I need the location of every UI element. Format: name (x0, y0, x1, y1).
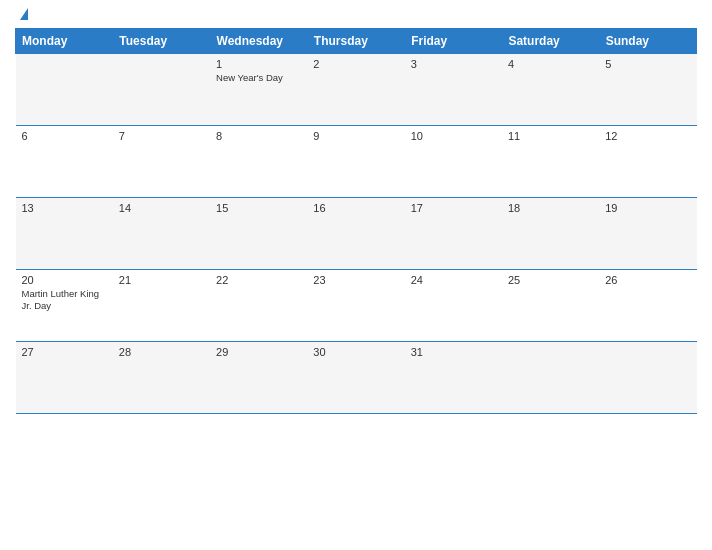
calendar-cell (599, 342, 696, 414)
calendar-cell: 2 (307, 54, 404, 126)
calendar-cell: 7 (113, 126, 210, 198)
calendar-cell: 31 (405, 342, 502, 414)
calendar-cell: 30 (307, 342, 404, 414)
day-number: 21 (119, 274, 204, 286)
calendar-cell: 17 (405, 198, 502, 270)
day-number: 18 (508, 202, 593, 214)
day-number: 28 (119, 346, 204, 358)
logo (15, 10, 28, 20)
calendar-cell: 29 (210, 342, 307, 414)
header (15, 10, 697, 20)
calendar-header-row: MondayTuesdayWednesdayThursdayFridaySatu… (16, 29, 697, 54)
day-number: 5 (605, 58, 690, 70)
calendar-table: MondayTuesdayWednesdayThursdayFridaySatu… (15, 28, 697, 414)
calendar-cell: 5 (599, 54, 696, 126)
day-number: 2 (313, 58, 398, 70)
day-number: 4 (508, 58, 593, 70)
calendar-week-row: 20Martin Luther King Jr. Day212223242526 (16, 270, 697, 342)
day-number: 14 (119, 202, 204, 214)
calendar-cell: 13 (16, 198, 113, 270)
holiday-label: Martin Luther King Jr. Day (22, 288, 107, 313)
day-number: 27 (22, 346, 107, 358)
calendar-cell: 28 (113, 342, 210, 414)
calendar-cell: 27 (16, 342, 113, 414)
day-number: 3 (411, 58, 496, 70)
calendar-cell: 10 (405, 126, 502, 198)
day-number: 11 (508, 130, 593, 142)
calendar-cell: 18 (502, 198, 599, 270)
day-number: 6 (22, 130, 107, 142)
calendar-cell: 9 (307, 126, 404, 198)
calendar-cell: 19 (599, 198, 696, 270)
calendar-cell: 21 (113, 270, 210, 342)
calendar-cell: 1New Year's Day (210, 54, 307, 126)
day-number: 8 (216, 130, 301, 142)
day-number: 7 (119, 130, 204, 142)
calendar-cell: 20Martin Luther King Jr. Day (16, 270, 113, 342)
day-number: 19 (605, 202, 690, 214)
day-number: 23 (313, 274, 398, 286)
day-number: 12 (605, 130, 690, 142)
day-number: 17 (411, 202, 496, 214)
calendar-cell: 3 (405, 54, 502, 126)
day-number: 20 (22, 274, 107, 286)
column-header-monday: Monday (16, 29, 113, 54)
calendar-cell (16, 54, 113, 126)
calendar-week-row: 1New Year's Day2345 (16, 54, 697, 126)
calendar-cell: 16 (307, 198, 404, 270)
calendar-cell: 6 (16, 126, 113, 198)
column-header-friday: Friday (405, 29, 502, 54)
calendar-cell: 15 (210, 198, 307, 270)
calendar-cell: 14 (113, 198, 210, 270)
calendar-cell: 12 (599, 126, 696, 198)
column-header-wednesday: Wednesday (210, 29, 307, 54)
column-header-thursday: Thursday (307, 29, 404, 54)
calendar-cell: 4 (502, 54, 599, 126)
calendar-cell: 24 (405, 270, 502, 342)
calendar-cell (113, 54, 210, 126)
calendar-cell: 22 (210, 270, 307, 342)
calendar-cell: 25 (502, 270, 599, 342)
day-number: 13 (22, 202, 107, 214)
column-header-saturday: Saturday (502, 29, 599, 54)
calendar-week-row: 2728293031 (16, 342, 697, 414)
day-number: 1 (216, 58, 301, 70)
day-number: 29 (216, 346, 301, 358)
day-number: 24 (411, 274, 496, 286)
day-number: 10 (411, 130, 496, 142)
day-number: 31 (411, 346, 496, 358)
logo-triangle-icon (20, 8, 28, 20)
column-header-sunday: Sunday (599, 29, 696, 54)
day-number: 9 (313, 130, 398, 142)
day-number: 22 (216, 274, 301, 286)
day-number: 16 (313, 202, 398, 214)
column-header-tuesday: Tuesday (113, 29, 210, 54)
day-number: 26 (605, 274, 690, 286)
calendar-page: MondayTuesdayWednesdayThursdayFridaySatu… (0, 0, 712, 550)
day-number: 30 (313, 346, 398, 358)
calendar-week-row: 6789101112 (16, 126, 697, 198)
calendar-cell: 26 (599, 270, 696, 342)
calendar-cell: 23 (307, 270, 404, 342)
calendar-cell (502, 342, 599, 414)
calendar-cell: 11 (502, 126, 599, 198)
calendar-cell: 8 (210, 126, 307, 198)
day-number: 15 (216, 202, 301, 214)
calendar-week-row: 13141516171819 (16, 198, 697, 270)
day-number: 25 (508, 274, 593, 286)
holiday-label: New Year's Day (216, 72, 301, 84)
